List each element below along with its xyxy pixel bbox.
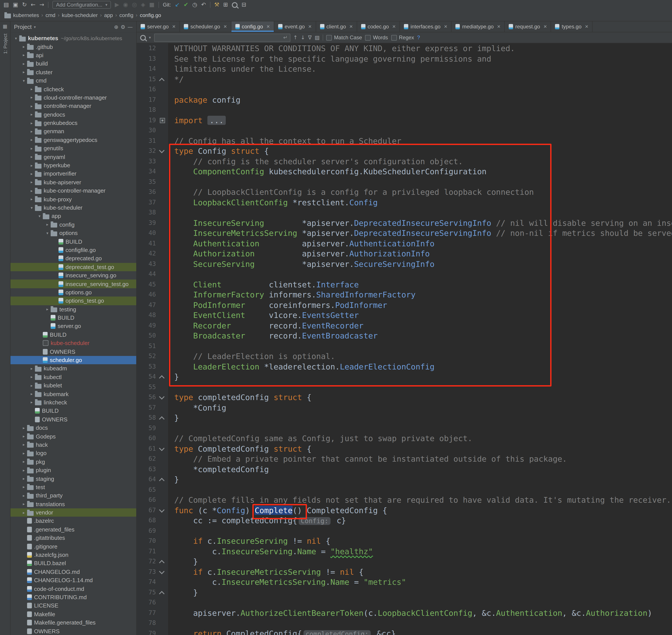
tree-item-gitignore[interactable]: .gitignore	[10, 542, 136, 551]
fold-end-icon[interactable]	[159, 416, 164, 422]
chevron-collapsed-icon[interactable]: ▸	[29, 400, 35, 404]
chevron-collapsed-icon[interactable]: ▸	[29, 121, 35, 125]
tree-item-logo[interactable]: ▸logo	[10, 449, 136, 458]
build-hammer-icon[interactable]: ⚒	[214, 0, 219, 9]
chevron-collapsed-icon[interactable]: ▸	[21, 45, 27, 49]
fold-down-icon[interactable]	[159, 507, 164, 512]
previous-occurrence-icon[interactable]: ↑	[293, 35, 297, 41]
fold-end-icon[interactable]	[159, 78, 164, 83]
chevron-collapsed-icon[interactable]: ▸	[29, 112, 35, 116]
tree-item-kube-scheduler[interactable]: ▾kube-scheduler	[10, 203, 136, 212]
tool-windows-icon[interactable]: ⊟	[242, 0, 246, 9]
editor-tab-client-go[interactable]: client.go×	[316, 21, 357, 32]
tree-item-github[interactable]: ▸.github	[10, 43, 136, 51]
chevron-collapsed-icon[interactable]: ▸	[21, 70, 27, 74]
breadcrumb-item-app[interactable]: app	[104, 12, 113, 18]
forward-icon[interactable]: →	[40, 0, 44, 9]
editor-tab-codec-go[interactable]: codec.go×	[357, 21, 400, 32]
tree-item-changelog-1-14-md[interactable]: CHANGELOG-1.14.md	[10, 576, 136, 585]
chevron-collapsed-icon[interactable]: ▸	[29, 367, 35, 371]
chevron-collapsed-icon[interactable]: ▸	[29, 163, 35, 168]
tree-item-build[interactable]: BUILD	[10, 407, 136, 415]
tree-item-docs[interactable]: ▸docs	[10, 424, 136, 432]
git-update-icon[interactable]: ↙	[175, 0, 180, 9]
tree-item-genswaggertypedocs[interactable]: ▸genswaggertypedocs	[10, 136, 136, 144]
tree-item-deprecated-test-go[interactable]: deprecated_test.go	[10, 263, 136, 271]
tree-item-contributing-md[interactable]: CONTRIBUTING.md	[10, 593, 136, 601]
tree-item-kubelet[interactable]: ▸kubelet	[10, 381, 136, 390]
unfold-plus-icon[interactable]: +	[160, 118, 165, 123]
tree-item-makefile-generated-files[interactable]: Makefile.generated_files	[10, 618, 136, 627]
tab-close-icon[interactable]: ×	[392, 24, 396, 29]
chevron-collapsed-icon[interactable]: ▸	[21, 468, 27, 472]
chevron-collapsed-icon[interactable]: ▸	[21, 451, 27, 456]
search-everywhere-icon[interactable]	[232, 2, 238, 8]
tree-item-code-of-conduct-md[interactable]: code-of-conduct.md	[10, 585, 136, 593]
tree-item-controller-manager[interactable]: ▸controller-manager	[10, 102, 136, 110]
tree-item-cmd[interactable]: ▾cmd	[10, 76, 136, 85]
words-option[interactable]: Words	[365, 35, 388, 41]
tree-item-makefile[interactable]: Makefile	[10, 610, 136, 618]
breadcrumb-item-cmd[interactable]: cmd	[45, 12, 55, 18]
tree-item-configfile-go[interactable]: configfile.go	[10, 246, 136, 255]
coverage-icon[interactable]: ◎	[132, 0, 137, 9]
tree-item-godeps[interactable]: ▸Godeps	[10, 432, 136, 441]
tree-item-options[interactable]: ▾options	[10, 229, 136, 237]
breadcrumb-item-config-go[interactable]: config.go	[140, 12, 161, 18]
match-case-checkbox[interactable]	[326, 35, 332, 40]
stop-icon[interactable]: ■	[149, 0, 155, 9]
tree-item-kube-proxy[interactable]: ▸kube-proxy	[10, 195, 136, 203]
tab-close-icon[interactable]: ×	[267, 24, 270, 29]
filter-icon[interactable]: ∇	[308, 35, 312, 41]
chevron-collapsed-icon[interactable]: ▸	[29, 197, 35, 201]
chevron-collapsed-icon[interactable]: ▸	[29, 87, 35, 91]
tab-close-icon[interactable]: ×	[350, 24, 353, 29]
chevron-collapsed-icon[interactable]: ▸	[45, 222, 50, 227]
open-project-icon[interactable]: ▤	[3, 0, 9, 9]
tree-item-scheduler-go[interactable]: scheduler.go	[10, 356, 136, 365]
tree-item-options-test-go[interactable]: options_test.go	[10, 297, 136, 305]
editor-tab-server-go[interactable]: server.go×	[137, 21, 180, 32]
words-checkbox[interactable]	[365, 35, 371, 40]
search-input[interactable]	[157, 34, 282, 41]
tab-close-icon[interactable]: ×	[224, 24, 227, 29]
tree-item-owners[interactable]: OWNERS	[10, 627, 136, 635]
hide-panel-icon[interactable]: —	[128, 24, 133, 30]
chevron-collapsed-icon[interactable]: ▸	[29, 375, 35, 379]
chevron-expanded-icon[interactable]: ▾	[29, 205, 35, 210]
tab-close-icon[interactable]: ×	[308, 24, 312, 29]
editor-tab-interfaces-go[interactable]: interfaces.go×	[400, 21, 452, 32]
save-all-icon[interactable]: ▣	[13, 0, 18, 9]
tree-item-cluster[interactable]: ▸cluster	[10, 68, 136, 76]
tree-item-plugin[interactable]: ▸plugin	[10, 466, 136, 475]
regex-help-link[interactable]: ?	[417, 35, 420, 41]
tree-item-gitattributes[interactable]: .gitattributes	[10, 534, 136, 542]
next-occurrence-icon[interactable]: ↓	[300, 35, 305, 41]
regex-option[interactable]: Regex	[391, 35, 414, 41]
chevron-expanded-icon[interactable]: ▾	[13, 36, 19, 40]
tab-close-icon[interactable]: ×	[544, 24, 547, 29]
highlight-all-icon[interactable]: ▨	[315, 35, 320, 41]
tree-item-vendor[interactable]: ▸vendor	[10, 508, 136, 517]
tree-item-license[interactable]: LICENSE	[10, 601, 136, 610]
chevron-expanded-icon[interactable]: ▾	[45, 231, 50, 235]
debug-icon[interactable]: ◉	[123, 0, 128, 9]
editor-tab-types-go[interactable]: types.go×	[551, 21, 593, 32]
chevron-collapsed-icon[interactable]: ▸	[29, 95, 35, 100]
tree-item-testing[interactable]: ▸testing	[10, 305, 136, 313]
chevron-collapsed-icon[interactable]: ▸	[29, 104, 35, 108]
tree-item-app[interactable]: ▾app	[10, 212, 136, 220]
editor-tab-scheduler-go[interactable]: scheduler.go×	[180, 21, 231, 32]
tree-item-generated-files[interactable]: .generated_files	[10, 525, 136, 534]
chevron-collapsed-icon[interactable]: ▸	[21, 62, 27, 66]
chevron-collapsed-icon[interactable]: ▸	[29, 129, 35, 134]
tree-item-bazelrc[interactable]: .bazelrc	[10, 517, 136, 525]
back-icon[interactable]: ←	[31, 0, 36, 9]
tree-item-build[interactable]: BUILD	[10, 313, 136, 322]
tree-item-deprecated-go[interactable]: deprecated.go	[10, 254, 136, 263]
fold-end-icon[interactable]	[159, 560, 164, 565]
profiler-icon[interactable]: ◈	[141, 0, 145, 9]
tree-item-insecure-serving-go[interactable]: insecure_serving.go	[10, 271, 136, 280]
chevron-collapsed-icon[interactable]: ▸	[21, 494, 27, 498]
tree-item-genman[interactable]: ▸genman	[10, 127, 136, 136]
